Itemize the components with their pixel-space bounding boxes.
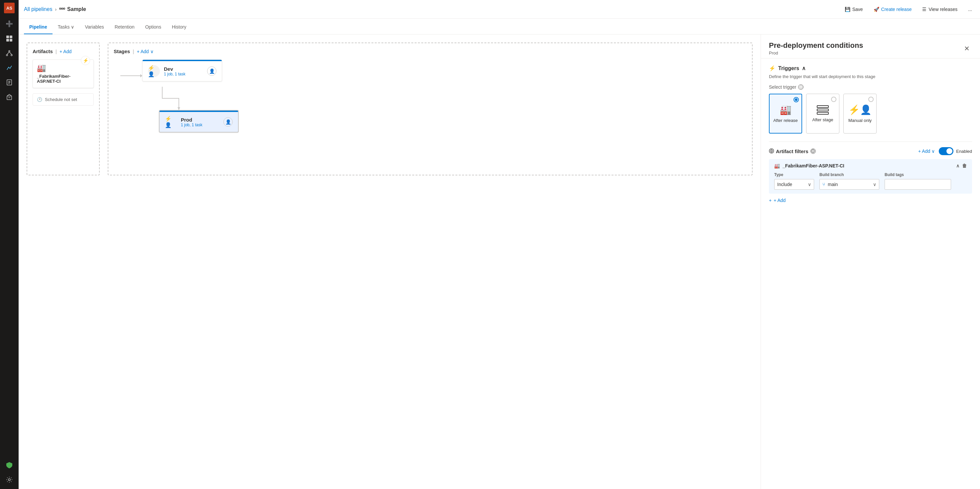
svg-point-4: [9, 51, 10, 52]
tab-history[interactable]: History: [167, 20, 192, 34]
dev-stage-row: ⚡👤 Dev 1 job, 1 task 👤: [142, 59, 239, 87]
svg-rect-17: [62, 8, 63, 9]
artifact-card: ⚡ 🏭 _FabrikamFiber-ASP.NET-CI: [33, 59, 94, 88]
artifact-name: _FabrikamFiber-ASP.NET-CI: [37, 74, 89, 84]
close-button[interactable]: ✕: [961, 43, 972, 54]
trigger-manual-only[interactable]: ⚡👤 Manual only: [843, 94, 877, 133]
branch-icon: ⑂: [822, 182, 825, 187]
trigger-after-release[interactable]: 🏭 After release: [769, 94, 802, 133]
topbar: All pipelines › Sample 💾 Save 🚀 Create r…: [19, 0, 980, 19]
stage-card-dev[interactable]: ⚡👤 Dev 1 job, 1 task 👤: [142, 59, 222, 81]
filter-columns: Type Include ∨ Build branch ⑂ main: [774, 172, 967, 190]
right-panel-header: Pre-deployment conditions Prod ✕: [761, 35, 980, 59]
triggers-desc: Define the trigger that will start deplo…: [769, 74, 972, 79]
artifacts-panel: Artifacts | + Add ⚡ 🏭 _FabrikamFiber-ASP…: [27, 43, 100, 175]
right-panel-title: Pre-deployment conditions: [769, 41, 863, 50]
stage-info-dev: Dev 1 job, 1 task: [164, 66, 186, 76]
svg-rect-2: [6, 39, 9, 41]
stage-name-prod: Prod: [181, 117, 202, 122]
topbar-actions: 💾 Save 🚀 Create release ☰ View releases …: [842, 5, 975, 14]
filter-delete-icon[interactable]: 🗑: [962, 163, 967, 168]
nav-tabs: Pipeline Tasks ∨ Variables Retention Opt…: [19, 19, 980, 35]
artifact-filters-actions: + Add ∨ Enabled: [918, 147, 972, 155]
branch-value: main: [828, 182, 838, 187]
tab-variables[interactable]: Variables: [80, 20, 109, 34]
create-release-button[interactable]: 🚀 Create release: [871, 5, 915, 14]
svg-rect-1: [10, 35, 12, 38]
schedule-label: Schedule not set: [45, 97, 77, 102]
stage-card-prod[interactable]: ⚡👤 Prod 1 job, 1 task 👤: [159, 110, 239, 133]
filter-expand-icon[interactable]: ∧: [956, 163, 959, 168]
after-stage-label: After stage: [813, 117, 834, 122]
right-panel-header-text: Pre-deployment conditions Prod: [769, 41, 863, 56]
tab-retention[interactable]: Retention: [109, 20, 140, 34]
stage-card-body-prod: ⚡👤 Prod 1 job, 1 task 👤: [159, 112, 238, 132]
user-avatar[interactable]: AS: [4, 3, 14, 13]
artifact-filters-info-icon: ⓘ: [810, 149, 816, 154]
trigger-after-stage[interactable]: After stage: [806, 94, 839, 133]
toggle-thumb: [947, 148, 952, 154]
triggers-title: Triggers: [778, 65, 799, 71]
breadcrumb-separator: ›: [55, 6, 57, 12]
sidebar-item-pipelines[interactable]: [3, 61, 16, 75]
type-select[interactable]: Include ∨: [774, 179, 814, 190]
pipeline-icon: [59, 6, 65, 12]
svg-point-15: [8, 479, 10, 481]
artifacts-add-button[interactable]: + Add: [59, 49, 72, 54]
stages-title: Stages: [114, 49, 130, 54]
sidebar-item-boards[interactable]: [3, 32, 16, 45]
breadcrumb-link[interactable]: All pipelines: [24, 6, 52, 12]
triggers-icon: ⚡: [769, 65, 776, 71]
triggers-section-header[interactable]: ⚡ Triggers ∧: [769, 65, 972, 71]
stage-user-dev[interactable]: 👤: [207, 67, 216, 76]
vertical-connector: [142, 87, 239, 110]
main-content: All pipelines › Sample 💾 Save 🚀 Create r…: [19, 0, 980, 489]
stage-name-dev: Dev: [164, 66, 186, 72]
separator: |: [56, 49, 57, 54]
sidebar-item-settings[interactable]: [3, 473, 16, 486]
more-options-button[interactable]: ...: [966, 5, 975, 14]
stage-connector-svg: [152, 87, 192, 110]
right-panel-body: ⚡ Triggers ∧ Define the trigger that wil…: [761, 59, 980, 489]
add-artifact-button[interactable]: + + Add: [769, 198, 786, 203]
sidebar-item-artifacts[interactable]: [3, 90, 16, 104]
sidebar-item-testplans[interactable]: [3, 76, 16, 89]
section-divider: [769, 141, 972, 142]
stages-header: Stages | + Add ∨: [114, 49, 747, 54]
stages-container: ⚡👤 Dev 1 job, 1 task 👤: [114, 59, 747, 138]
tab-options[interactable]: Options: [140, 20, 167, 34]
svg-rect-24: [817, 112, 829, 114]
branch-select[interactable]: ⑂ main ∨: [819, 179, 879, 190]
add-filter-button[interactable]: + Add ∨: [918, 149, 935, 154]
sidebar-item-add[interactable]: ➕: [3, 17, 16, 30]
manual-only-label: Manual only: [848, 118, 872, 123]
trigger-after-stage-radio: [831, 97, 837, 102]
trigger-manual-only-radio: [868, 97, 873, 102]
svg-rect-3: [10, 39, 12, 41]
trigger-label: Select trigger ⓘ: [769, 84, 972, 90]
stage-detail-prod: 1 job, 1 task: [181, 122, 202, 127]
stages-list: ⚡👤 Dev 1 job, 1 task 👤: [142, 59, 239, 138]
right-panel-subtitle: Prod: [769, 51, 863, 56]
artifact-filters-toggle[interactable]: [939, 147, 953, 155]
sidebar: AS ➕: [0, 0, 19, 489]
stages-add-button[interactable]: + Add ∨: [137, 49, 153, 54]
separator: |: [133, 49, 134, 54]
stage-user-prod[interactable]: 👤: [223, 117, 233, 127]
tags-input[interactable]: [885, 179, 951, 190]
tab-pipeline[interactable]: Pipeline: [24, 20, 52, 34]
filter-row-icon: 🏭: [774, 163, 780, 168]
triggers-collapse-icon: ∧: [802, 65, 806, 71]
after-release-icon: 🏭: [780, 104, 792, 115]
view-releases-button[interactable]: ☰ View releases: [920, 5, 960, 14]
svg-rect-18: [64, 8, 65, 9]
manual-only-icon: ⚡👤: [848, 104, 872, 115]
breadcrumb: All pipelines › Sample: [24, 6, 86, 12]
sidebar-item-shield[interactable]: [3, 459, 16, 472]
branch-label: Build branch: [819, 172, 879, 177]
svg-line-7: [7, 52, 9, 54]
sidebar-item-repos[interactable]: [3, 46, 16, 60]
tab-tasks[interactable]: Tasks ∨: [52, 20, 80, 34]
after-release-label: After release: [773, 118, 798, 123]
save-button[interactable]: 💾 Save: [842, 5, 865, 14]
